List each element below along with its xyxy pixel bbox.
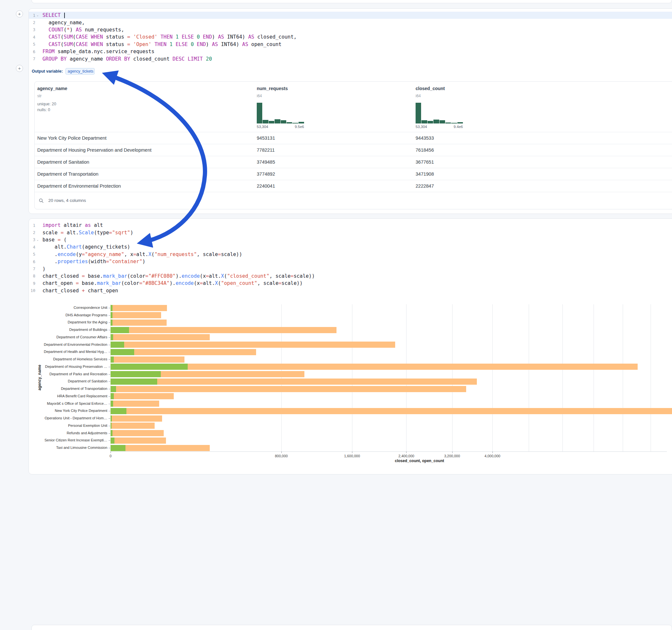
collapse-caret-icon[interactable]: ⌄ bbox=[35, 14, 40, 17]
cell-num-requests: 9453131 bbox=[257, 132, 275, 144]
next-cell-edge bbox=[31, 625, 672, 630]
chart-bar-open bbox=[111, 437, 115, 444]
y-axis-tick bbox=[109, 433, 110, 434]
code-line[interactable]: 4 alt.Chart(agency_tickets) bbox=[29, 243, 672, 250]
chart-bar-open bbox=[111, 386, 116, 392]
code-text: CAST(SUM(CASE WHEN status = 'Open' THEN … bbox=[43, 42, 281, 47]
chart-bar-closed bbox=[111, 357, 185, 363]
code-text: ) bbox=[43, 266, 45, 272]
code-line[interactable]: 3⌄base = ( bbox=[29, 236, 672, 243]
chart-bar-open bbox=[111, 430, 113, 436]
table-row[interactable]: New York City Police Department 9453131 … bbox=[35, 132, 672, 144]
chart-bar-open bbox=[111, 312, 113, 318]
table-row[interactable]: Department of Transportation 3774892 347… bbox=[35, 168, 672, 180]
line-number: 3 bbox=[29, 27, 35, 32]
column-name: num_requests bbox=[257, 86, 288, 91]
y-axis-label: Refunds and Adjustments bbox=[34, 431, 107, 436]
line-number: 10 bbox=[29, 288, 35, 293]
chart-gridline bbox=[352, 304, 352, 452]
line-number: 1 bbox=[29, 223, 35, 228]
table-row[interactable]: Department of Environmental Protection 2… bbox=[35, 180, 672, 192]
table-footer: 20 rows, 4 columns bbox=[35, 192, 672, 209]
sql-code-editor[interactable]: 1⌄SELECT 2 agency_name,3 COUNT(*) AS num… bbox=[29, 9, 672, 63]
column-header-closed-count[interactable]: closed_count i64 53,304 9.4e6 bbox=[415, 82, 597, 132]
code-line[interactable]: 4 CAST(SUM(CASE WHEN status = 'Closed' T… bbox=[29, 33, 672, 41]
y-axis-tick bbox=[109, 404, 110, 404]
code-line[interactable]: 1import altair as alt bbox=[29, 222, 672, 229]
y-axis-label: Personal Exemption Unit bbox=[34, 423, 107, 428]
code-line[interactable]: 5 CAST(SUM(CASE WHEN status = 'Open' THE… bbox=[29, 41, 672, 48]
chart-bar-closed bbox=[111, 342, 395, 348]
chart-gridline bbox=[594, 304, 594, 452]
column-meta-nulls: nulls: 0 bbox=[37, 107, 50, 112]
line-number: 4 bbox=[29, 35, 35, 40]
code-text: GROUP BY agency_name ORDER BY closed_cou… bbox=[43, 56, 212, 62]
code-text: chart_open = base.mark_bar(color="#8BC34… bbox=[43, 280, 303, 286]
chart-bar-closed bbox=[111, 386, 466, 392]
y-axis-tick bbox=[109, 345, 110, 345]
y-axis-tick bbox=[109, 389, 110, 389]
code-line[interactable]: 10chart_closed + chart_open bbox=[29, 287, 672, 294]
chart-bar-open bbox=[111, 415, 112, 421]
y-axis-tick bbox=[109, 308, 110, 308]
search-icon[interactable] bbox=[39, 198, 44, 203]
chart-bar-closed bbox=[111, 305, 167, 311]
add-cell-button-top[interactable]: + bbox=[16, 10, 23, 18]
code-line[interactable]: 2 agency_name, bbox=[29, 19, 672, 26]
histogram-bar bbox=[433, 120, 439, 123]
collapse-caret-icon[interactable]: ⌄ bbox=[35, 238, 40, 241]
histogram-bar bbox=[439, 120, 445, 123]
line-number: 5 bbox=[29, 252, 35, 257]
code-line[interactable]: 6 .properties(width="container") bbox=[29, 258, 672, 265]
y-axis-tick bbox=[109, 322, 110, 323]
column-header-num-requests[interactable]: num_requests i64 53,304 9.5e6 bbox=[257, 82, 438, 132]
code-line[interactable]: 8chart_closed = base.mark_bar(color="#FF… bbox=[29, 272, 672, 280]
code-line[interactable]: 3 COUNT(*) AS num_requests, bbox=[29, 26, 672, 33]
y-axis-label: Department of Health and Mental Hyg… bbox=[34, 350, 107, 354]
chart-bar-open bbox=[111, 364, 188, 370]
table-row[interactable]: Department of Sanitation 3749485 3677651 bbox=[35, 156, 672, 168]
code-text: chart_closed = base.mark_bar(color="#FFC… bbox=[43, 273, 315, 279]
chart-bar-closed bbox=[111, 445, 210, 451]
chart-bar-closed bbox=[111, 437, 166, 444]
code-line[interactable]: 1⌄SELECT bbox=[29, 12, 672, 19]
code-text: chart_closed + chart_open bbox=[43, 288, 118, 294]
code-text: .properties(width="container") bbox=[43, 259, 145, 264]
code-line[interactable]: 7) bbox=[29, 265, 672, 272]
code-line[interactable]: 6FROM sample_data.nyc.service_requests bbox=[29, 48, 672, 55]
y-axis-label: Department for the Aging bbox=[34, 320, 107, 325]
histogram-bar bbox=[287, 122, 292, 123]
histogram-bar bbox=[422, 120, 427, 123]
code-line[interactable]: 2scale = alt.Scale(type="sqrt") bbox=[29, 229, 672, 236]
row-count-summary: 20 rows, 4 columns bbox=[48, 198, 86, 203]
code-line[interactable]: 5 .encode(y="agency_name", x=alt.X("num_… bbox=[29, 251, 672, 258]
chart-bar-closed bbox=[111, 430, 164, 436]
y-axis-label: Department of Transportation bbox=[34, 387, 107, 391]
code-line[interactable]: 9chart_open = base.mark_bar(color="#8BC3… bbox=[29, 280, 672, 287]
table-row[interactable]: Department of Housing Preservation and D… bbox=[35, 144, 672, 156]
histogram-bar bbox=[415, 103, 421, 123]
output-variable-tag[interactable]: agency_tickets bbox=[66, 68, 95, 75]
cell-closed-count: 3677651 bbox=[415, 156, 434, 168]
histogram-bar bbox=[257, 103, 262, 123]
chart-gridline bbox=[281, 304, 282, 452]
x-axis-tick bbox=[493, 452, 493, 453]
add-cell-button-output[interactable]: + bbox=[16, 65, 23, 72]
chart-bar-closed bbox=[111, 422, 154, 429]
results-table: agency_name str unique: 20 nulls: 0 num_… bbox=[34, 81, 672, 209]
chart-gridline bbox=[493, 304, 493, 452]
column-header-agency-name[interactable]: agency_name str unique: 20 nulls: 0 bbox=[37, 82, 219, 132]
sql-cell: 1⌄SELECT 2 agency_name,3 COUNT(*) AS num… bbox=[28, 8, 672, 214]
chart-bar-open bbox=[111, 445, 125, 451]
cell-num-requests: 3774892 bbox=[257, 168, 275, 180]
line-number: 3 bbox=[29, 237, 35, 242]
column-type: i64 bbox=[257, 94, 262, 98]
y-axis-tick bbox=[109, 374, 110, 374]
y-axis-tick bbox=[109, 396, 110, 397]
y-axis-label: Taxi and Limousine Commission bbox=[34, 445, 107, 450]
python-code-editor[interactable]: 1import altair as alt2scale = alt.Scale(… bbox=[29, 219, 672, 294]
histogram-min: 53,304 bbox=[415, 125, 427, 129]
code-line[interactable]: 7GROUP BY agency_name ORDER BY closed_co… bbox=[29, 55, 672, 62]
histogram-max: 9.5e6 bbox=[295, 125, 304, 129]
histogram-bar bbox=[457, 122, 463, 123]
